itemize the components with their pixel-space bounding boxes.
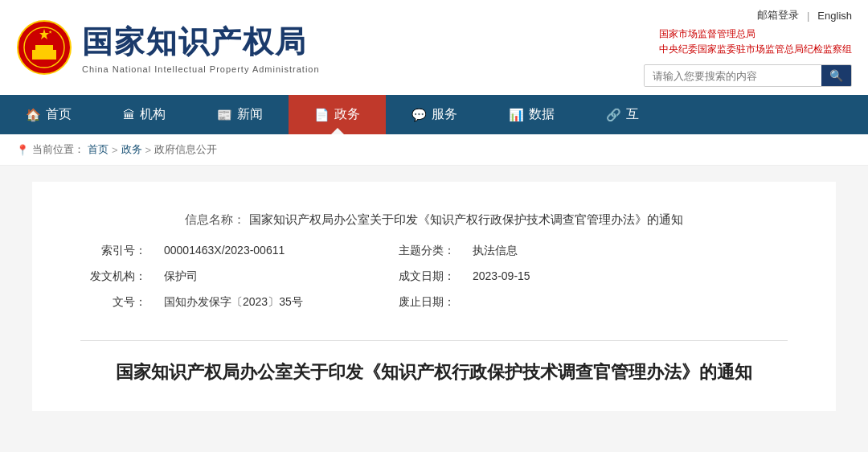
- search-input[interactable]: [645, 66, 821, 86]
- org-label: 发文机构：: [82, 265, 154, 289]
- date-value: 2023-09-15: [465, 265, 786, 289]
- title-value: 国家知识产权局办公室关于印发《知识产权行政保护技术调查官管理办法》的通知: [249, 212, 683, 226]
- logo-text-block: 国家知识产权局 China National Intellectual Prop…: [82, 22, 320, 74]
- data-icon: 📊: [509, 108, 524, 122]
- breadcrumb-sep-1: >: [112, 144, 118, 156]
- breadcrumb-home[interactable]: 首页: [88, 142, 108, 157]
- org-value: 保护司: [156, 265, 381, 289]
- english-link[interactable]: English: [817, 10, 852, 22]
- header-links-top: 邮箱登录 | English: [757, 8, 852, 23]
- nav-label-interact: 互: [626, 106, 639, 123]
- title-label: 信息名称：: [185, 212, 245, 226]
- nav-item-home[interactable]: 🏠 首页: [0, 95, 97, 134]
- org-links: 国家市场监督管理总局 中央纪委国家监委驻市场监管总局纪检监察组: [659, 27, 852, 56]
- service-icon: 💬: [411, 108, 427, 122]
- breadcrumb-prefix: 当前位置：: [32, 142, 84, 157]
- org-link-2[interactable]: 中央纪委国家监委驻市场监管总局纪检监察组: [659, 43, 852, 56]
- search-bar: 🔍: [644, 64, 852, 87]
- government-icon: 📄: [314, 108, 330, 122]
- national-emblem-icon: [16, 19, 72, 76]
- nav-item-institution[interactable]: 🏛 机构: [97, 95, 191, 134]
- doc-docnum-row: 文号： 国知办发保字〔2023〕35号 废止日期：: [82, 290, 786, 314]
- breadcrumb-gov[interactable]: 政务: [121, 142, 142, 157]
- date-label: 成文日期：: [383, 265, 463, 289]
- index-label: 索引号：: [82, 239, 154, 263]
- home-icon: 🏠: [26, 108, 41, 122]
- index-value: 00001463X/2023-00611: [156, 239, 381, 263]
- doc-info-table: 信息名称： 国家知识产权局办公室关于印发《知识产权行政保护技术调查官管理办法》的…: [80, 206, 788, 316]
- nav-label-institution: 机构: [140, 106, 166, 123]
- org-link-1[interactable]: 国家市场监督管理总局: [659, 27, 755, 41]
- subject-label: 主题分类：: [383, 239, 463, 263]
- location-icon: 📍: [16, 144, 29, 156]
- doc-org-row: 发文机构： 保护司 成文日期： 2023-09-15: [82, 265, 786, 289]
- nav-item-service[interactable]: 💬 服务: [386, 95, 483, 134]
- nav-label-home: 首页: [46, 106, 72, 123]
- nav-item-data[interactable]: 📊 数据: [483, 95, 580, 134]
- doc-index-row: 索引号： 00001463X/2023-00611 主题分类： 执法信息: [82, 239, 786, 263]
- expire-value: [465, 290, 786, 314]
- divider: |: [807, 10, 809, 22]
- docnum-value: 国知办发保字〔2023〕35号: [156, 290, 381, 314]
- section-divider: [80, 340, 788, 341]
- institution-icon: 🏛: [123, 108, 135, 121]
- svg-rect-3: [35, 45, 53, 51]
- logo-area: 国家知识产权局 China National Intellectual Prop…: [16, 19, 320, 76]
- logo-english: China National Intellectual Property Adm…: [82, 64, 320, 74]
- nav-label-government: 政务: [334, 106, 360, 123]
- doc-title-row: 信息名称： 国家知识产权局办公室关于印发《知识产权行政保护技术调查官管理办法》的…: [82, 208, 786, 237]
- breadcrumb-current: 政府信息公开: [154, 142, 217, 157]
- main-content: 信息名称： 国家知识产权局办公室关于印发《知识产权行政保护技术调查官管理办法》的…: [32, 182, 836, 411]
- nav-item-government[interactable]: 📄 政务: [289, 95, 386, 134]
- header: 国家知识产权局 China National Intellectual Prop…: [0, 0, 868, 134]
- nav-item-interact[interactable]: 🔗 互: [580, 95, 665, 134]
- header-right: 邮箱登录 | English 国家市场监督管理总局 中央纪委国家监委驻市场监管总…: [644, 8, 852, 87]
- breadcrumb-sep-2: >: [145, 144, 152, 156]
- docnum-label: 文号：: [82, 290, 154, 314]
- breadcrumb: 📍 当前位置： 首页 > 政务 > 政府信息公开: [0, 134, 868, 166]
- header-top: 国家知识产权局 China National Intellectual Prop…: [0, 0, 868, 95]
- document-full-title: 国家知识产权局办公室关于印发《知识产权行政保护技术调查官管理办法》的通知: [80, 357, 788, 387]
- nav-label-news: 新闻: [237, 106, 263, 123]
- news-icon: 📰: [217, 108, 232, 122]
- subject-value: 执法信息: [465, 239, 786, 263]
- nav-label-service: 服务: [432, 106, 457, 123]
- logo-chinese: 国家知识产权局: [82, 22, 320, 63]
- nav-item-news[interactable]: 📰 新闻: [191, 95, 289, 134]
- search-button[interactable]: 🔍: [821, 65, 851, 86]
- nav-label-data: 数据: [529, 106, 555, 123]
- login-link[interactable]: 邮箱登录: [757, 8, 799, 23]
- expire-label: 废止日期：: [383, 290, 463, 314]
- interact-icon: 🔗: [606, 108, 621, 122]
- main-nav: 🏠 首页 🏛 机构 📰 新闻 📄 政务 💬 服务 📊 数据 🔗 互: [0, 95, 868, 134]
